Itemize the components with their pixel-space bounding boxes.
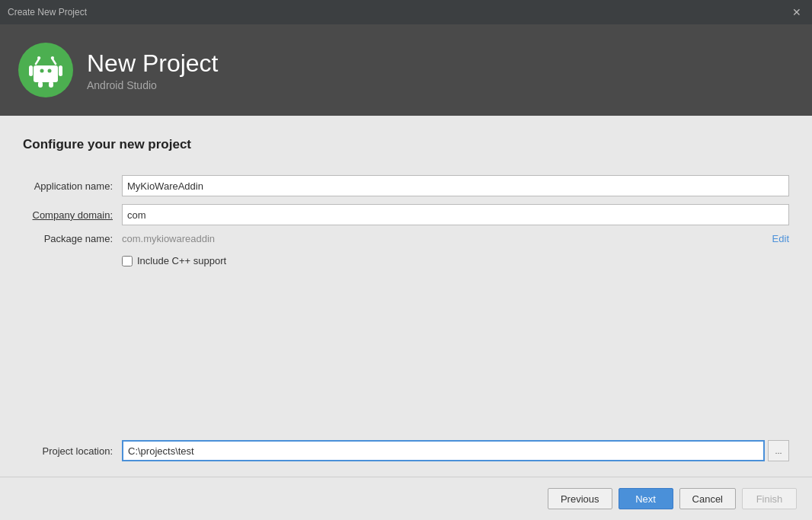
application-name-row: Application name: [23,175,789,196]
application-name-input[interactable] [122,175,789,196]
company-domain-label: Company domain: [23,209,122,221]
close-button[interactable]: ✕ [789,5,804,19]
cancel-button[interactable]: Cancel [679,488,736,509]
android-svg-icon [27,52,64,88]
package-name-row: Package name: com.mykiowareaddin Edit [23,233,789,244]
header-text: New Project Android Studio [87,49,219,91]
footer: Previous Next Cancel Finish [0,477,812,520]
svg-point-6 [48,69,52,73]
company-domain-input[interactable] [122,204,789,225]
package-name-label: Package name: [23,233,122,244]
application-name-label: Application name: [23,180,122,192]
svg-rect-7 [29,65,33,76]
previous-button[interactable]: Previous [548,488,612,509]
header-title: New Project [87,49,219,78]
cpp-support-checkbox[interactable] [122,256,133,266]
svg-point-3 [37,56,40,59]
project-location-label: Project location: [23,445,122,457]
svg-rect-9 [38,81,43,88]
cpp-support-row: Include C++ support [122,255,789,266]
project-location-section: Project location: ... [23,440,789,461]
project-location-input[interactable] [122,440,765,461]
finish-button[interactable]: Finish [742,488,797,509]
header-subtitle: Android Studio [87,79,219,91]
company-domain-row: Company domain: [23,204,789,225]
edit-link[interactable]: Edit [772,233,789,244]
title-bar: Create New Project ✕ [0,0,812,24]
project-location-row: Project location: ... [23,440,789,461]
window-title: Create New Project [8,7,87,18]
svg-rect-10 [49,81,53,88]
main-content: Configure your new project Application n… [0,116,812,477]
cpp-support-label[interactable]: Include C++ support [137,255,226,266]
svg-rect-0 [34,65,58,82]
svg-point-5 [40,69,44,73]
next-button[interactable]: Next [619,488,673,509]
svg-point-4 [51,56,54,59]
page-title: Configure your new project [23,137,789,152]
android-logo-icon [18,43,73,97]
project-location-input-container: ... [122,440,789,461]
content-spacer [23,282,789,425]
package-name-value: com.mykiowareaddin [122,233,215,244]
browse-button[interactable]: ... [768,440,789,461]
form-area: Application name: Company domain: Packag… [23,175,789,282]
svg-rect-8 [59,65,62,76]
header-banner: New Project Android Studio [0,24,812,116]
package-value-container: com.mykiowareaddin Edit [122,233,789,244]
